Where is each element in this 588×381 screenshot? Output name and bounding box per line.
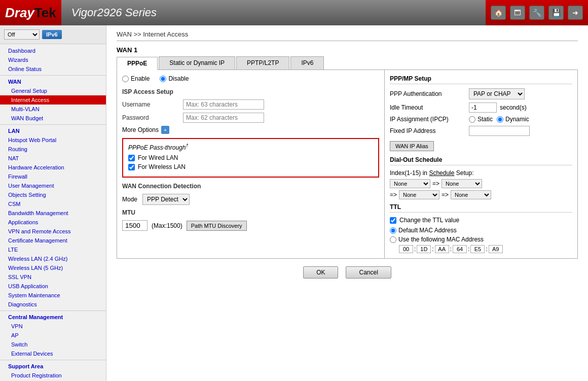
sidebar-item-support[interactable]: Support Area bbox=[0, 362, 106, 371]
enable-radio-label[interactable]: Enable bbox=[122, 75, 150, 82]
change-ttl-checkbox[interactable] bbox=[390, 217, 396, 224]
sidebar-item-ap[interactable]: AP bbox=[0, 331, 106, 340]
sidebar-item-usb[interactable]: USB Application bbox=[0, 282, 106, 291]
home-icon-btn[interactable]: 🏠 bbox=[491, 6, 506, 20]
sidebar-item-central-mgmt[interactable]: Central Management bbox=[0, 313, 106, 322]
breadcrumb: WAN >> Internet Access bbox=[117, 30, 578, 41]
mac-default-radio[interactable] bbox=[390, 227, 396, 234]
sidebar-item-hw-accel[interactable]: Hardware Acceleration bbox=[0, 163, 106, 172]
sched-from-2[interactable]: None bbox=[399, 190, 439, 199]
mtu-input[interactable] bbox=[122, 220, 148, 231]
save-icon-btn[interactable]: 💾 bbox=[548, 6, 564, 20]
wireless-lan-checkbox[interactable] bbox=[128, 164, 135, 170]
sidebar-item-general-setup[interactable]: General Setup bbox=[0, 86, 106, 95]
path-mtu-btn[interactable]: Path MTU Discovery bbox=[187, 221, 247, 231]
sidebar-item-firewall[interactable]: Firewall bbox=[0, 172, 106, 181]
tools-icon-btn[interactable]: 🔧 bbox=[529, 6, 544, 20]
sidebar-item-internet-access[interactable]: Internet Access bbox=[0, 95, 106, 105]
sidebar-item-lte[interactable]: LTE bbox=[0, 245, 106, 254]
detection-mode-row: Mode PPP Detect bbox=[122, 194, 379, 205]
mac-octet-6[interactable] bbox=[489, 245, 503, 253]
tab-pptp-l2tp[interactable]: PPTP/L2TP bbox=[236, 56, 289, 70]
ip-assignment-options: Static Dynamic bbox=[469, 116, 529, 123]
sidebar-dropdown[interactable]: Off bbox=[4, 29, 40, 40]
idle-timeout-input[interactable] bbox=[469, 102, 497, 113]
username-input[interactable] bbox=[183, 99, 264, 110]
tab-pppoe[interactable]: PPPoE bbox=[117, 57, 158, 70]
sidebar-item-objects[interactable]: Objects Setting bbox=[0, 190, 106, 199]
disable-radio[interactable] bbox=[160, 76, 166, 82]
change-ttl-label: Change the TTL value bbox=[399, 217, 459, 224]
mtu-row: (Max:1500) Path MTU Discovery bbox=[122, 220, 379, 231]
isp-section-heading: ISP Access Setup bbox=[122, 88, 379, 95]
sidebar-item-wlan24[interactable]: Wireless LAN (2.4 GHz) bbox=[0, 254, 106, 263]
sidebar-item-wan-budget[interactable]: WAN Budget bbox=[0, 114, 106, 123]
wan-ip-alias-btn[interactable]: WAN IP Alias bbox=[390, 141, 434, 151]
tab-ipv6[interactable]: IPv6 bbox=[290, 56, 324, 70]
mac-octet-5[interactable] bbox=[470, 245, 485, 253]
tab-static-dynamic[interactable]: Static or Dynamic IP bbox=[159, 56, 235, 70]
cancel-button[interactable]: Cancel bbox=[346, 266, 391, 279]
sched-to-1[interactable]: None bbox=[442, 179, 482, 188]
seconds-label: second(s) bbox=[500, 104, 527, 111]
username-row: Username bbox=[122, 99, 379, 110]
static-radio[interactable] bbox=[469, 116, 475, 123]
add-more-options-icon[interactable]: + bbox=[161, 126, 169, 134]
dynamic-radio-label[interactable]: Dynamic bbox=[497, 116, 529, 123]
ppp-auth-select[interactable]: PAP or CHAP bbox=[469, 88, 525, 99]
sidebar-item-applications[interactable]: Applications bbox=[0, 218, 106, 227]
logo: DrayTek bbox=[5, 5, 56, 21]
ipv6-button[interactable]: IPv6 bbox=[42, 30, 62, 39]
sidebar-item-wizards[interactable]: Wizards bbox=[0, 55, 106, 64]
mac-octet-2[interactable] bbox=[417, 245, 431, 253]
more-options-label: More Options bbox=[122, 126, 159, 133]
sidebar-item-sys-maint[interactable]: System Maintenance bbox=[0, 291, 106, 300]
passthrough-box: PPPoE Pass-through† For Wired LAN For Wi… bbox=[122, 138, 379, 178]
sched-to-2[interactable]: None bbox=[451, 190, 491, 199]
sidebar-item-bandwidth[interactable]: Bandwidth Management bbox=[0, 209, 106, 218]
sidebar-item-vpn-cm[interactable]: VPN bbox=[0, 322, 106, 331]
dynamic-radio[interactable] bbox=[497, 116, 503, 123]
header: DrayTek Vigor2926 Series 🏠 🗔 🔧 💾 ➜ bbox=[0, 0, 588, 25]
window-icon-btn[interactable]: 🗔 bbox=[510, 6, 525, 20]
mac-default-label: Default MAC Address bbox=[398, 227, 457, 234]
wired-lan-checkbox[interactable] bbox=[128, 155, 135, 161]
sidebar-item-diagnostics[interactable]: Diagnostics bbox=[0, 300, 106, 309]
mac-octet-1[interactable] bbox=[399, 245, 413, 253]
password-input[interactable] bbox=[183, 113, 264, 123]
sidebar-item-wan[interactable]: WAN bbox=[0, 77, 106, 86]
schedule-link[interactable]: Schedule bbox=[429, 169, 454, 177]
sidebar-item-cert[interactable]: Certificate Management bbox=[0, 236, 106, 245]
static-radio-label[interactable]: Static bbox=[469, 116, 493, 123]
sidebar-item-user-mgmt[interactable]: User Management bbox=[0, 181, 106, 190]
sidebar-item-routing[interactable]: Routing bbox=[0, 145, 106, 154]
idle-timeout-label: Idle Timeout bbox=[390, 104, 466, 111]
ok-button[interactable]: OK bbox=[303, 266, 338, 279]
sidebar-item-ssl-vpn[interactable]: SSL VPN bbox=[0, 272, 106, 282]
sidebar-item-lan[interactable]: LAN bbox=[0, 126, 106, 135]
mac-custom-radio[interactable] bbox=[390, 236, 396, 243]
divider4 bbox=[0, 360, 106, 360]
sidebar-item-hotspot[interactable]: Hotspot Web Portal bbox=[0, 135, 106, 145]
sidebar-item-product-reg[interactable]: Product Registration bbox=[0, 371, 106, 380]
sidebar: Off IPv6 Dashboard Wizards Online Status… bbox=[0, 25, 106, 381]
mac-octet-3[interactable] bbox=[435, 245, 449, 253]
sidebar-item-online-status[interactable]: Online Status bbox=[0, 64, 106, 74]
enable-radio[interactable] bbox=[122, 76, 129, 82]
sidebar-item-switch[interactable]: Switch bbox=[0, 340, 106, 349]
sidebar-item-vpn[interactable]: VPN and Remote Access bbox=[0, 227, 106, 236]
sidebar-item-csm[interactable]: CSM bbox=[0, 199, 106, 209]
sched-from-1[interactable]: None bbox=[390, 179, 430, 188]
sidebar-item-multi-vlan[interactable]: Multi-VLAN bbox=[0, 105, 106, 114]
logout-icon-btn[interactable]: ➜ bbox=[568, 6, 583, 20]
disable-radio-label[interactable]: Disable bbox=[160, 75, 189, 82]
sidebar-item-ext-devices[interactable]: External Devices bbox=[0, 349, 106, 358]
sidebar-item-wlan5[interactable]: Wireless LAN (5 GHz) bbox=[0, 263, 106, 272]
sidebar-item-nat[interactable]: NAT bbox=[0, 154, 106, 163]
mode-select[interactable]: PPP Detect bbox=[142, 194, 190, 205]
static-label: Static bbox=[477, 116, 493, 123]
sidebar-item-dashboard[interactable]: Dashboard bbox=[0, 46, 106, 55]
mac-octet-4[interactable] bbox=[453, 245, 467, 253]
password-row: Password bbox=[122, 113, 379, 123]
fixed-ip-input[interactable] bbox=[469, 126, 530, 136]
